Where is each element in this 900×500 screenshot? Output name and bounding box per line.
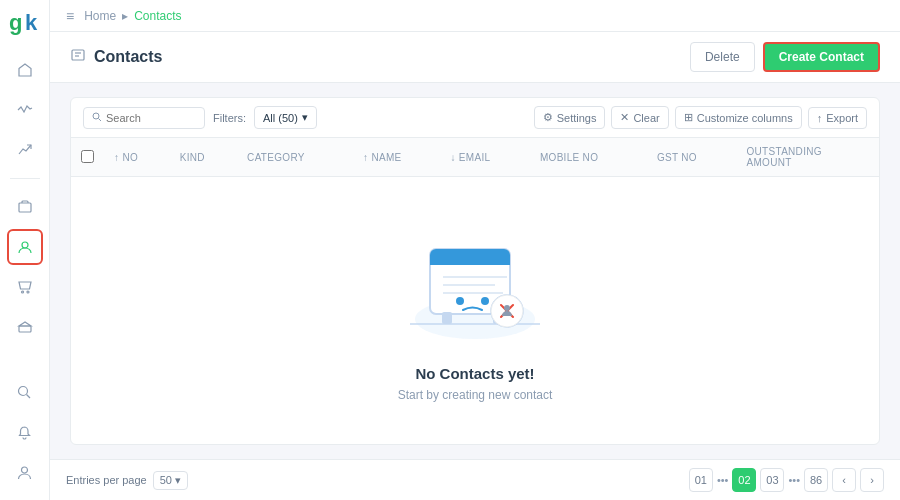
sort-asc-icon: ↑ <box>114 152 119 163</box>
settings-label: Settings <box>557 112 597 124</box>
header-actions: Delete Create Contact <box>690 42 880 72</box>
empty-state-title: No Contacts yet! <box>415 365 534 382</box>
sidebar-item-profile[interactable] <box>7 454 43 490</box>
search-wrap <box>83 107 205 129</box>
svg-rect-2 <box>19 203 31 212</box>
page-btn-01[interactable]: 01 <box>689 468 713 492</box>
col-gst[interactable]: GST NO <box>647 138 737 177</box>
svg-line-14 <box>99 118 102 121</box>
main-content: ≡ Home ▸ Contacts Contacts Delete Create… <box>50 0 900 500</box>
filter-chevron-icon: ▾ <box>302 111 308 124</box>
sidebar-item-notifications[interactable] <box>7 414 43 450</box>
toolbar-right: ⚙ Settings ✕ Clear ⊞ Customize columns ↑… <box>534 106 867 129</box>
entries-value: 50 <box>160 474 172 486</box>
entries-chevron-icon: ▾ <box>175 474 181 487</box>
export-label: Export <box>826 112 858 124</box>
breadcrumb-separator: ▸ <box>122 9 128 23</box>
settings-icon: ⚙ <box>543 111 553 124</box>
contacts-page-icon <box>70 49 86 66</box>
page-title-wrap: Contacts <box>70 48 162 66</box>
col-outstanding[interactable]: OUTSTANDINGAMOUNT <box>736 138 879 177</box>
svg-point-31 <box>504 305 510 311</box>
sidebar-item-activity[interactable] <box>7 92 43 128</box>
svg-point-9 <box>22 467 28 473</box>
sort-name-icon: ↑ <box>363 152 368 163</box>
app-logo[interactable]: g k <box>9 10 41 38</box>
entries-per-page-label: Entries per page <box>66 474 147 486</box>
empty-illustration <box>395 219 555 349</box>
customize-label: Customize columns <box>697 112 793 124</box>
breadcrumb-current: Contacts <box>134 9 181 23</box>
page-dots-2: ••• <box>788 474 800 486</box>
pagination-bar: Entries per page 50 ▾ 01 ••• 02 03 ••• 8… <box>50 459 900 500</box>
table-header-row: ↑ NO KIND CATEGORY ↑ NAME ↓ EMAIL MOBILE… <box>71 138 879 177</box>
sidebar-item-contacts[interactable] <box>7 229 43 265</box>
content-area: Filters: All (50) ▾ ⚙ Settings ✕ Clear <box>50 83 900 459</box>
empty-state: No Contacts yet! Start by creating new c… <box>71 177 879 444</box>
sidebar: g k <box>0 0 50 500</box>
svg-point-23 <box>481 297 489 305</box>
menu-icon[interactable]: ≡ <box>66 8 74 24</box>
sidebar-item-banking[interactable] <box>7 309 43 345</box>
breadcrumb-home[interactable]: Home <box>84 9 116 23</box>
columns-icon: ⊞ <box>684 111 693 124</box>
svg-point-22 <box>456 297 464 305</box>
delete-button[interactable]: Delete <box>690 42 755 72</box>
sidebar-item-inventory[interactable] <box>7 189 43 225</box>
topbar: ≡ Home ▸ Contacts <box>50 0 900 32</box>
customize-columns-button[interactable]: ⊞ Customize columns <box>675 106 802 129</box>
select-all-checkbox[interactable] <box>81 150 94 163</box>
export-button[interactable]: ↑ Export <box>808 107 867 129</box>
table-toolbar: Filters: All (50) ▾ ⚙ Settings ✕ Clear <box>71 98 879 138</box>
svg-line-8 <box>27 394 31 398</box>
search-icon <box>92 112 102 124</box>
sidebar-item-products[interactable] <box>7 269 43 305</box>
sidebar-item-search[interactable] <box>7 374 43 410</box>
prev-page-button[interactable]: ‹ <box>832 468 856 492</box>
col-mobile[interactable]: MOBILE NO <box>530 138 647 177</box>
sidebar-item-reports[interactable] <box>7 132 43 168</box>
select-all-header[interactable] <box>71 138 104 177</box>
col-kind[interactable]: KIND <box>170 138 237 177</box>
page-navigation: 01 ••• 02 03 ••• 86 ‹ › <box>689 468 884 492</box>
filter-value: All (50) <box>263 112 298 124</box>
col-name[interactable]: ↑ NAME <box>353 138 440 177</box>
page-btn-02[interactable]: 02 <box>732 468 756 492</box>
page-dots-1: ••• <box>717 474 729 486</box>
sidebar-bottom-section <box>7 374 43 490</box>
svg-text:k: k <box>25 10 38 35</box>
col-no[interactable]: ↑ NO <box>104 138 170 177</box>
svg-rect-6 <box>19 326 31 332</box>
page-title: Contacts <box>94 48 162 66</box>
sort-email-icon: ↓ <box>450 152 455 163</box>
entries-per-page-select[interactable]: 50 ▾ <box>153 471 188 490</box>
search-input[interactable] <box>106 112 196 124</box>
svg-text:g: g <box>9 10 22 35</box>
svg-point-13 <box>93 113 99 119</box>
filter-label: Filters: <box>213 112 246 124</box>
svg-rect-24 <box>442 312 452 324</box>
clear-icon: ✕ <box>620 111 629 124</box>
svg-point-7 <box>19 386 28 395</box>
svg-point-4 <box>21 291 23 293</box>
settings-button[interactable]: ⚙ Settings <box>534 106 606 129</box>
page-btn-86[interactable]: 86 <box>804 468 828 492</box>
col-category[interactable]: CATEGORY <box>237 138 353 177</box>
sidebar-item-home[interactable] <box>7 52 43 88</box>
col-email[interactable]: ↓ EMAIL <box>440 138 530 177</box>
data-table: ↑ NO KIND CATEGORY ↑ NAME ↓ EMAIL MOBILE… <box>71 138 879 177</box>
clear-label: Clear <box>633 112 659 124</box>
sidebar-divider-1 <box>10 178 40 179</box>
table-container: Filters: All (50) ▾ ⚙ Settings ✕ Clear <box>70 97 880 445</box>
clear-button[interactable]: ✕ Clear <box>611 106 668 129</box>
page-btn-03[interactable]: 03 <box>760 468 784 492</box>
next-page-button[interactable]: › <box>860 468 884 492</box>
svg-point-3 <box>22 242 28 248</box>
svg-point-5 <box>27 291 29 293</box>
page-header: Contacts Delete Create Contact <box>50 32 900 83</box>
filter-dropdown[interactable]: All (50) ▾ <box>254 106 317 129</box>
svg-rect-18 <box>430 257 510 265</box>
export-icon: ↑ <box>817 112 823 124</box>
svg-rect-10 <box>72 50 84 60</box>
create-contact-button[interactable]: Create Contact <box>763 42 880 72</box>
